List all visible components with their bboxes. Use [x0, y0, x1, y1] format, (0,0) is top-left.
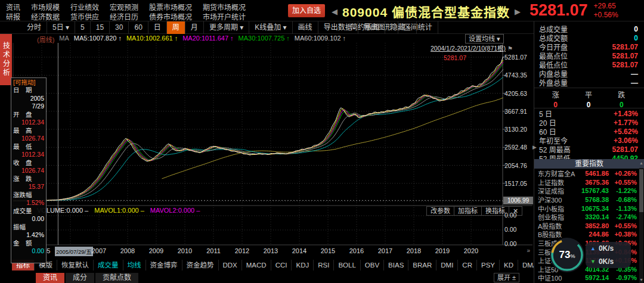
indicator-tab-DDX[interactable]: DDX — [219, 260, 242, 270]
menu-item-行业绩效[interactable]: 行业绩效 — [70, 2, 99, 12]
indicator-button-改参数[interactable]: 改参数 — [426, 206, 454, 216]
menu-item-经济数据[interactable]: 经济数据 — [31, 11, 60, 21]
info-label: 成交量 — [13, 207, 44, 216]
date-axis: 2005 2005/07/29/五 » 20072008200920102011… — [12, 246, 534, 257]
add-watchlist-button[interactable]: 加入自选 — [288, 4, 325, 17]
period-button-更多周期 ▾[interactable]: 更多周期 ▾ — [204, 21, 249, 34]
hide-panel-button[interactable]: 隐藏 » — [385, 21, 417, 34]
date-tick: 2018 — [404, 247, 424, 254]
period-button-月[interactable]: 月 — [185, 21, 204, 34]
ohlc-info-box[interactable]: [可拖动] 日 期20057/29开 盘1012.34最 高1026.74最 低… — [11, 77, 47, 263]
bottom-tab-资讯[interactable]: 资讯 — [36, 273, 64, 283]
info-value: 1012.34 — [13, 119, 44, 127]
period-button-30[interactable]: 30 — [110, 21, 129, 34]
tab-technical-analysis[interactable]: 技术分析 — [0, 34, 12, 85]
index-row[interactable]: 中小板指10675.34-1.13% — [538, 204, 637, 213]
stat-value: 0 — [634, 25, 638, 33]
set-ma-button[interactable]: 设置均线 ▾ — [465, 34, 504, 43]
indicator-tab-KDJ[interactable]: KDJ — [292, 260, 314, 270]
info-label: 最 高 — [13, 127, 44, 135]
index-row[interactable]: 东方财富全A5461.86+0.26% — [538, 169, 637, 178]
index-value: 5972.14 — [585, 274, 609, 281]
indicator-tab-MACD[interactable]: MACD — [242, 260, 271, 270]
next-security-arrow[interactable]: ▶ — [515, 7, 521, 16]
chart-area[interactable]: (周线)MAMA5:1007.820 ↑MA10:1002.661 ↑MA20:… — [12, 34, 534, 257]
period-button-画线[interactable]: 画线 — [293, 21, 318, 34]
period-button-K线叠加 ▾[interactable]: K线叠加 ▾ — [249, 21, 292, 34]
net-speed-pill: ▲0K/s ▼0K/s — [586, 242, 631, 268]
top-menu-row-2: 研报经济数据货币供应经济日历债券市场概况市场开户统计 — [6, 11, 246, 21]
indicator-tab-资金趋势[interactable]: 资金趋势 — [182, 260, 219, 270]
index-name: 东方财富全A — [538, 169, 585, 178]
simple-layout-button[interactable]: 简约版面 — [345, 21, 385, 34]
period-button-周[interactable]: 周 — [167, 21, 185, 34]
menu-item-股票市场概况[interactable]: 股票市场概况 — [149, 2, 192, 12]
index-row[interactable]: 中证1005972.14-0.97% — [538, 273, 637, 282]
usage-gauge[interactable]: 73% — [550, 238, 584, 272]
index-row[interactable]: 创业板指3320.14-2.74% — [538, 213, 637, 222]
indicator-tab-均线[interactable]: 均线 — [123, 260, 146, 270]
price-axis-tick: 1517.05 — [504, 180, 532, 187]
period-button-日[interactable]: 日 — [148, 21, 167, 34]
menu-item-宏观预测[interactable]: 宏观预测 — [110, 2, 138, 12]
menu-item-经济日历[interactable]: 经济日历 — [110, 11, 138, 21]
indicator-tab-BRAR[interactable]: BRAR — [408, 260, 436, 270]
period-button-分时[interactable]: 分时 — [21, 21, 47, 34]
date-tick: 2017 — [375, 247, 395, 254]
bottom-tab-贡献点数[interactable]: 贡献点数 — [95, 273, 138, 283]
pin-icon[interactable]: ⚑ — [507, 45, 513, 52]
prev-security-arrow[interactable]: ◀ — [332, 7, 338, 16]
network-status-widget[interactable]: 73% ▲0K/s ▼0K/s — [550, 238, 633, 273]
menu-item-市场开户统计[interactable]: 市场开户统计 — [203, 11, 246, 21]
info-label: 涨跌幅 — [13, 191, 44, 200]
indicator-tab-CR[interactable]: CR — [458, 260, 477, 270]
panel-scrollbar[interactable] — [639, 168, 643, 283]
menu-item-资讯[interactable]: 资讯 — [6, 2, 20, 12]
indicator-tab-成交量[interactable]: 成交量 — [94, 260, 123, 270]
index-row[interactable]: 深证成指15767.43-1.22% — [538, 186, 637, 195]
index-row[interactable]: 沪深3005768.38-0.68% — [538, 195, 637, 204]
info-label: 最 低 — [13, 143, 44, 151]
bottom-tab-成分[interactable]: 成分 — [66, 273, 94, 283]
period-button-5日 ▾[interactable]: 5日 ▾ — [47, 21, 75, 34]
perf-row: 20 日+1.77% — [539, 118, 638, 127]
menu-item-研报[interactable]: 研报 — [6, 11, 20, 21]
indicator-tab-OBV[interactable]: OBV — [361, 260, 384, 270]
indicator-tab-DMI[interactable]: DMI — [436, 260, 458, 270]
period-button-60[interactable]: 60 — [129, 21, 148, 34]
index-name: 上证指数 — [538, 178, 585, 187]
menu-item-期货市场概况[interactable]: 期货市场概况 — [203, 2, 246, 12]
upload-arrow-icon: ▲ — [590, 245, 596, 251]
ma-header-item: (周线) — [37, 35, 54, 44]
index-pct: +0.55% — [609, 222, 637, 229]
price-chart-canvas[interactable] — [12, 34, 534, 257]
price-change-pct: +0.56% — [594, 11, 618, 20]
period-button-5[interactable]: 5 — [75, 21, 91, 34]
indicator-tab-BIAS[interactable]: BIAS — [384, 260, 408, 270]
menu-item-货币供应[interactable]: 货币供应 — [70, 11, 99, 21]
perf-value: +3.06% — [614, 136, 638, 145]
date-tick: 2016 — [346, 247, 367, 254]
indicator-tab-RSI[interactable]: RSI — [314, 260, 334, 270]
indicator-tab-BOLL[interactable]: BOLL — [334, 260, 360, 270]
info-value: 1.42% — [13, 231, 44, 240]
index-row[interactable]: 上证指数3675.36+0.55% — [538, 178, 637, 187]
indicator-tab-资金博弈[interactable]: 资金博弈 — [146, 260, 182, 270]
index-name: 中证100 — [538, 273, 585, 282]
period-button-15[interactable]: 15 — [91, 21, 110, 34]
panel-collapse-arrow[interactable]: ▶ — [532, 144, 537, 150]
indicator-tab-CCI[interactable]: CCI — [271, 260, 292, 270]
indicator-button-加指标[interactable]: 加指标 — [454, 206, 481, 216]
scrollbar-thumb[interactable] — [639, 169, 643, 212]
scroll-up-arrow[interactable]: ▲ — [639, 160, 643, 166]
expand-button[interactable]: 展开 ± — [494, 273, 519, 282]
indicator-tab-恢复默认[interactable]: 恢复默认 — [57, 260, 94, 270]
indicator-tab-PSY[interactable]: PSY — [477, 260, 500, 270]
index-row[interactable]: A股指数3852.80+0.55% — [538, 222, 637, 231]
info-value: 1.52% — [13, 199, 44, 207]
indicator-tab-KD[interactable]: KD — [500, 260, 518, 270]
date-axis-more-icon[interactable]: » — [527, 247, 530, 254]
scroll-down-arrow[interactable]: ▼ — [639, 277, 643, 282]
menu-item-市场规模[interactable]: 市场规模 — [31, 2, 60, 12]
menu-item-债券市场概况[interactable]: 债券市场概况 — [149, 11, 192, 21]
